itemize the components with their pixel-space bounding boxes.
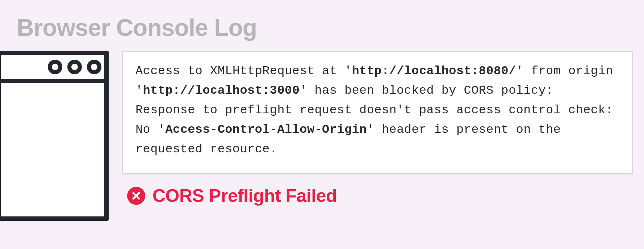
- console-log-message: Access to XMLHttpRequest at 'http://loca…: [135, 62, 619, 159]
- status-text: CORS Preflight Failed: [152, 185, 337, 206]
- window-dot-icon: [67, 60, 82, 74]
- window-dot-icon: [48, 60, 62, 74]
- browser-titlebar: [1, 55, 104, 83]
- error-icon: [127, 187, 145, 205]
- status-row: CORS Preflight Failed: [127, 185, 337, 206]
- window-dot-icon: [87, 60, 101, 74]
- browser-window-illustration: [0, 51, 109, 221]
- log-bold-header: Access-Control-Allow-Origin: [165, 123, 367, 136]
- console-log-panel: Access to XMLHttpRequest at 'http://loca…: [122, 51, 633, 174]
- log-bold-origin: http://localhost:3000: [143, 84, 300, 97]
- log-bold-url: http://localhost:8080/: [352, 64, 516, 78]
- log-fragment: Access to XMLHttpRequest at ': [135, 64, 352, 78]
- page-title: Browser Console Log: [17, 14, 257, 41]
